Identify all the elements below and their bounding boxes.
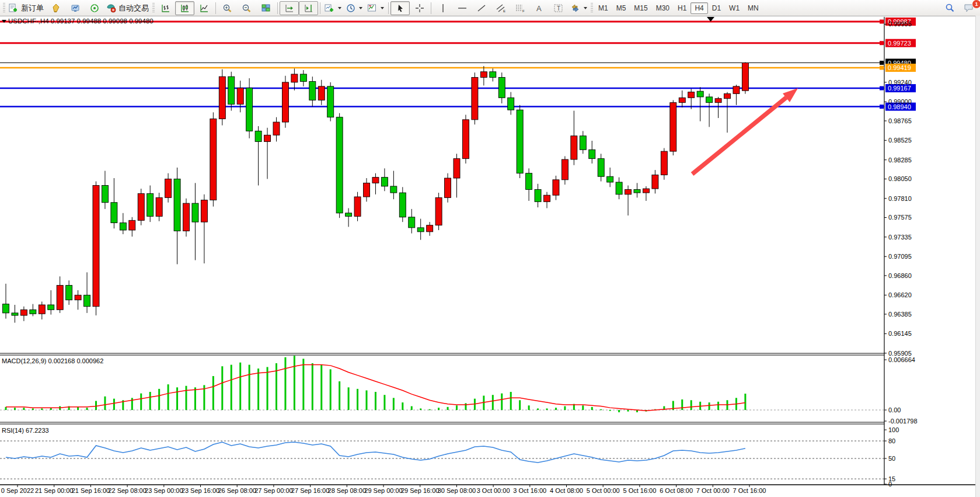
candle-up: [724, 93, 731, 98]
zoom-out-button[interactable]: [237, 1, 256, 15]
auto-trading-icon: [106, 4, 116, 13]
mt4-window: { "toolbar": { "new_order": "新订单", "auto…: [0, 0, 980, 497]
candle-up: [39, 305, 45, 314]
history-center-button[interactable]: [46, 1, 65, 15]
candle-up: [472, 78, 478, 120]
chart-shift-button[interactable]: [299, 1, 318, 15]
candle-down: [706, 97, 713, 103]
candle-down: [48, 305, 54, 310]
candle-up: [571, 136, 577, 159]
candle-down: [66, 286, 72, 300]
line-chart-button[interactable]: [194, 1, 214, 15]
candle-down: [490, 72, 496, 78]
chat-button[interactable]: 1: [959, 1, 978, 15]
toolbar-drag-handle[interactable]: [3, 3, 5, 13]
candle-up: [282, 82, 288, 122]
candle-down: [30, 310, 36, 314]
candle-up: [57, 286, 63, 310]
candle-down: [526, 173, 532, 190]
trendline-button[interactable]: [472, 1, 491, 15]
candle-up: [201, 200, 207, 223]
price-tick-label: 0.98285: [888, 157, 912, 164]
periods-button[interactable]: [344, 1, 365, 15]
text-label-button[interactable]: T: [549, 1, 568, 15]
price-line-label: 0.99419: [888, 64, 911, 71]
fibonacci-button[interactable]: F: [510, 1, 529, 15]
price-tick-label: 0.97095: [888, 253, 912, 260]
candle-up: [462, 120, 469, 159]
timeframe-H4[interactable]: H4: [690, 2, 707, 14]
tile-windows-button[interactable]: [256, 1, 275, 15]
auto-scroll-button[interactable]: [280, 1, 299, 15]
timeframe-M30[interactable]: M30: [652, 2, 674, 14]
candle-up: [679, 98, 685, 102]
time-tick-label: 4 Oct 08:00: [550, 487, 583, 494]
candle-down: [336, 117, 343, 213]
zoom-in-button[interactable]: [218, 1, 237, 15]
candle-down: [3, 304, 9, 313]
vertical-line-button[interactable]: [433, 1, 452, 15]
candle-down: [246, 88, 253, 131]
fibo-sub-label: F: [522, 9, 525, 13]
time-tick-label: 22 Sep 08:00: [108, 487, 146, 494]
arrows-button[interactable]: [568, 1, 590, 15]
time-tick-label: 21 Sep 00:00: [35, 487, 73, 494]
macd-histogram: [5, 356, 747, 412]
horizontal-line-button[interactable]: [452, 1, 472, 15]
trendline-icon: [477, 4, 486, 13]
signals-button[interactable]: [85, 1, 104, 15]
bar-chart-button[interactable]: [156, 1, 175, 15]
price-tick-label: 0.96145: [888, 330, 912, 337]
bar-chart-icon: [161, 4, 171, 13]
level-anchor: [880, 41, 884, 45]
time-tick-label: 7 Oct 00:00: [696, 487, 730, 494]
indicators-button[interactable]: [322, 1, 344, 15]
text-label-icon: T: [553, 4, 564, 13]
candle-up: [273, 122, 280, 135]
timeframe-MN[interactable]: MN: [744, 2, 763, 14]
chart-title: USDCHF-,H4 0.99137 0.99488 0.99098 0.994…: [8, 18, 154, 25]
candle-up: [75, 295, 81, 300]
chevron-down-icon: [359, 7, 362, 9]
timeframe-D1[interactable]: D1: [708, 2, 725, 14]
candle-down: [327, 86, 334, 117]
timeframe-M5[interactable]: M5: [612, 2, 630, 14]
time-tick-label: 26 Sep 08:00: [218, 487, 256, 494]
search-button[interactable]: [940, 1, 959, 15]
timeframe-M15[interactable]: M15: [630, 2, 651, 14]
candle-down: [192, 203, 198, 222]
equidistant-channel-button[interactable]: E: [491, 1, 510, 15]
candle-down: [102, 186, 108, 203]
chart-area[interactable]: 0.999870.997230.994800.994190.991670.989…: [0, 16, 980, 497]
candle-up: [480, 72, 487, 78]
chevron-down-icon: [338, 7, 341, 9]
toolbar-drag-handle[interactable]: [152, 3, 155, 13]
time-tick-label: 5 Oct 16:00: [623, 487, 656, 494]
candle-up: [544, 195, 550, 201]
toolbar-separator: [431, 2, 431, 14]
new-order-button[interactable]: 新订单: [6, 1, 46, 15]
candle-up: [364, 183, 370, 197]
timeframe-M1[interactable]: M1: [594, 2, 612, 14]
time-tick-label: 5 Oct 00:00: [587, 487, 620, 494]
candle-down: [589, 150, 595, 158]
templates-button[interactable]: [365, 1, 386, 15]
timeframe-H1[interactable]: H1: [674, 2, 690, 14]
auto-trading-button[interactable]: 自动交易: [104, 1, 151, 15]
toolbar: 新订单 自动交易: [0, 0, 980, 16]
cursor-button[interactable]: [390, 1, 410, 15]
toolbar-drag-handle[interactable]: [591, 3, 593, 13]
trend-arrow[interactable]: [692, 98, 786, 174]
candle-up: [183, 203, 190, 231]
candle-down: [174, 179, 180, 231]
timeframe-W1[interactable]: W1: [725, 2, 744, 14]
price-tick-label: 0.95905: [888, 350, 912, 357]
candle-down: [309, 82, 316, 100]
toolbar-separator: [320, 2, 320, 14]
crosshair-button[interactable]: [410, 1, 429, 15]
text-button[interactable]: A: [529, 1, 549, 15]
candle-down: [580, 136, 586, 150]
candlestick-chart-button[interactable]: [175, 1, 194, 15]
market-watch-button[interactable]: [65, 1, 85, 15]
tile-windows-icon: [261, 4, 271, 13]
